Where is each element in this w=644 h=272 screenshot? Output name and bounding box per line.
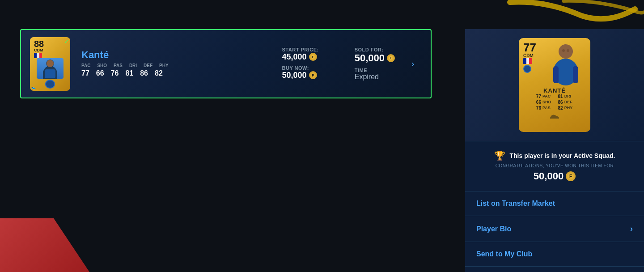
svg-point-6 (559, 44, 573, 59)
dri-label: DRI (129, 63, 137, 68)
large-card-stats: 77 PAC 81 DRI 66 SHO 86 DEF 76 PAS (536, 94, 573, 110)
dri-value: 81 (125, 69, 133, 77)
pac-label: PAC (81, 63, 90, 68)
large-card-position: CDM (523, 53, 534, 58)
player-info: Kanté PAC SHO PAS DRI DEF PHY (79, 49, 264, 79)
notification-main-row: 🏆 This player is in your Active Squad. (494, 150, 615, 161)
pas-label: PAS (114, 63, 123, 68)
boots-icon: 👟 (31, 85, 36, 89)
large-card-rating: 77 (523, 42, 536, 53)
def-value: 86 (140, 69, 148, 77)
time-value: Expired (355, 73, 395, 81)
action-buttons-container: List on Transfer Market Player Bio › Sen… (465, 191, 644, 272)
fut-coin-notification: F (566, 171, 576, 181)
buy-now-label: BUY NOW: (282, 65, 319, 71)
sold-for-label: SOLD FOR: (355, 47, 395, 52)
player-bio-label: Player Bio (476, 225, 511, 233)
notification-sub-text: CONGRATULATIONS, YOU'VE WON THIS ITEM FO… (496, 163, 614, 168)
svg-point-4 (47, 60, 54, 67)
send-to-transfer-list-button[interactable]: Send to Transfer List (465, 267, 644, 272)
notification-area: 🏆 This player is in your Active Squad. C… (465, 141, 644, 191)
right-panel: 77 CDM (465, 29, 644, 272)
pricing-area: START PRICE: 45,000 F BUY NOW: 50,000 F (282, 47, 395, 81)
svg-point-10 (562, 49, 565, 52)
player-bio-button[interactable]: Player Bio › (465, 216, 644, 242)
list-on-transfer-market-button[interactable]: List on Transfer Market (465, 191, 644, 216)
bottom-left-decoration (0, 218, 89, 272)
fut-coin-buynow: F (309, 71, 317, 79)
trophy-icon: 🏆 (494, 150, 505, 161)
pac-value: 77 (81, 69, 89, 77)
sold-for-value: 50,000 F (355, 52, 395, 64)
stats-labels-row: PAC SHO PAS DRI DEF PHY (81, 63, 264, 68)
fut-coin-sold: F (387, 54, 395, 62)
svg-rect-9 (573, 66, 578, 83)
send-to-club-label: Send to My Club (476, 250, 532, 258)
price-group-left: START PRICE: 45,000 F BUY NOW: 50,000 F (282, 47, 319, 81)
send-to-my-club-button[interactable]: Send to My Club (465, 242, 644, 267)
pas-value: 76 (111, 69, 119, 77)
svg-rect-5 (45, 69, 55, 78)
detail-arrow-button[interactable]: › (404, 55, 422, 73)
sho-value: 66 (96, 69, 104, 77)
player-card-mini: ✓ 88 CDM (30, 37, 70, 91)
svg-point-11 (567, 49, 569, 52)
large-card-club (523, 65, 531, 73)
time-label: TIME (355, 68, 395, 73)
player-name: Kanté (81, 49, 264, 61)
player-card-display-area: 77 CDM (465, 29, 644, 141)
phy-label: PHY (159, 63, 169, 68)
list-on-market-label: List on Transfer Market (476, 200, 555, 208)
large-card-boots-icon (549, 112, 560, 120)
def-label: DEF (144, 63, 153, 68)
top-decoration (420, 0, 644, 29)
notification-price: 50,000 F (534, 170, 576, 182)
player-flag (34, 53, 42, 58)
svg-rect-8 (553, 66, 559, 83)
buy-now-value: 50,000 F (282, 71, 319, 80)
phy-value: 82 (155, 69, 163, 77)
sho-label: SHO (97, 63, 107, 68)
price-group-right: SOLD FOR: 50,000 F TIME Expired (355, 47, 395, 81)
large-card-player-image (546, 42, 586, 86)
player-card-large: 77 CDM (519, 38, 590, 132)
player-image (37, 58, 64, 79)
player-bio-chevron-icon: › (630, 224, 633, 234)
card-position: CDM (34, 48, 43, 52)
start-price-value: 45,000 F (282, 52, 319, 62)
card-rating: 88 (34, 39, 44, 48)
large-card-flag (523, 58, 532, 64)
checkmark-icon: ✓ (64, 38, 69, 45)
main-content: ✓ 88 CDM (20, 29, 432, 98)
notification-main-text: This player is in your Active Squad. (510, 152, 615, 159)
fut-coin-start: F (309, 53, 317, 61)
large-card-name: KANTÉ (543, 87, 566, 94)
stats-values-row: 77 66 76 81 86 82 (81, 69, 264, 77)
start-price-label: START PRICE: (282, 47, 319, 52)
boots-svg (549, 113, 560, 119)
club-logo (45, 80, 55, 88)
player-listing: ✓ 88 CDM (20, 29, 432, 98)
